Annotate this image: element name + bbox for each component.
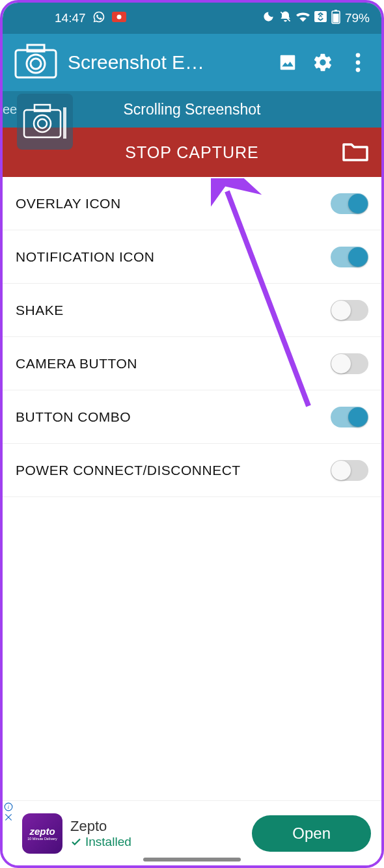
toggle-button-combo[interactable] [331, 407, 368, 427]
svg-rect-7 [333, 14, 338, 23]
svg-rect-12 [281, 55, 295, 70]
svg-rect-20 [63, 107, 66, 139]
svg-point-18 [34, 115, 51, 132]
dnd-moon-icon [262, 10, 275, 26]
floating-overlay-icon[interactable] [17, 94, 73, 150]
gallery-icon[interactable] [275, 49, 301, 75]
setting-button-combo[interactable]: BUTTON COMBO [3, 390, 381, 444]
app-title: Screenshot E… [68, 51, 266, 74]
svg-text:✕: ✕ [318, 13, 323, 19]
svg-text:i: i [8, 804, 10, 810]
gear-icon[interactable] [310, 49, 336, 75]
setting-power-connect[interactable]: POWER CONNECT/DISCONNECT [3, 444, 381, 497]
toggle-power-connect[interactable] [331, 460, 368, 481]
setting-label: SHAKE [16, 303, 64, 318]
setting-label: NOTIFICATION ICON [16, 249, 154, 265]
settings-list: OVERLAY ICON NOTIFICATION ICON SHAKE CAM… [3, 177, 381, 497]
whatsapp-icon [92, 10, 105, 27]
app-bar: Screenshot E… [3, 34, 381, 91]
app-logo-icon [13, 42, 59, 83]
home-indicator[interactable] [143, 858, 241, 861]
setting-notification-icon[interactable]: NOTIFICATION ICON [3, 230, 381, 284]
svg-point-10 [27, 55, 45, 73]
ad-banner[interactable]: i zepto 10 Minute Delivery Zepto Install… [3, 800, 381, 865]
ad-open-button[interactable]: Open [252, 815, 371, 852]
checkmark-icon [70, 836, 82, 848]
setting-label: POWER CONNECT/DISCONNECT [16, 463, 241, 478]
ad-text: Zepto Installed [70, 818, 244, 849]
svg-rect-6 [335, 10, 337, 11]
more-icon[interactable] [345, 49, 371, 75]
sub-header-fragment: ee [3, 91, 17, 128]
setting-camera-button[interactable]: CAMERA BUTTON [3, 337, 381, 390]
svg-point-1 [117, 15, 121, 20]
setting-label: BUTTON COMBO [16, 409, 131, 425]
status-time: 14:47 [55, 11, 86, 25]
wifi-icon [296, 11, 310, 25]
ad-title: Zepto [70, 818, 244, 835]
ad-status: Installed [70, 835, 244, 849]
svg-point-19 [38, 119, 47, 128]
svg-rect-16 [24, 110, 61, 137]
toggle-shake[interactable] [331, 300, 368, 321]
ad-app-icon: zepto 10 Minute Delivery [22, 813, 62, 854]
sub-header-title: Scrolling Screenshot [124, 101, 261, 118]
status-bar: 14:47 ✕ 79% [3, 3, 381, 34]
toggle-overlay-icon[interactable] [331, 193, 368, 214]
data-icon: ✕ [314, 11, 327, 25]
ad-info-icons[interactable]: i [4, 802, 13, 822]
setting-shake[interactable]: SHAKE [3, 284, 381, 337]
toggle-notification-icon[interactable] [331, 247, 368, 267]
setting-label: CAMERA BUTTON [16, 356, 137, 372]
folder-icon[interactable] [341, 139, 370, 165]
recording-icon [112, 11, 126, 25]
svg-rect-9 [27, 45, 44, 51]
battery-percent: 79% [345, 11, 370, 25]
svg-point-13 [356, 53, 361, 57]
svg-point-14 [356, 61, 361, 65]
mute-icon [279, 10, 292, 26]
svg-point-15 [356, 68, 361, 72]
battery-icon [331, 10, 340, 27]
setting-overlay-icon[interactable]: OVERLAY ICON [3, 177, 381, 230]
svg-point-11 [31, 59, 41, 69]
toggle-camera-button[interactable] [331, 353, 368, 374]
setting-label: OVERLAY ICON [16, 196, 121, 211]
